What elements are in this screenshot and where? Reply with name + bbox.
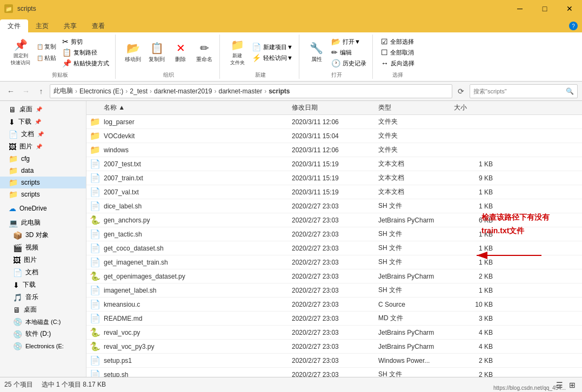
file-row-reval-voc-py3[interactable]: 🐍 reval_voc_py3.py 2020/2/27 23:03 JetBr… [86, 340, 582, 354]
paste-button[interactable]: 📋 粘贴 [35, 53, 58, 63]
copy-button[interactable]: 📋 复制 [35, 42, 58, 52]
path-darknet2019[interactable]: darknet-master2019 [154, 87, 212, 95]
file-row-get-openimages[interactable]: 🐍 get_openimages_dataset.py 2020/2/27 23… [86, 269, 582, 283]
sidebar-item-desktop-pinned[interactable]: 🖥 桌面 📌 [0, 103, 86, 116]
file-row-get-coco[interactable]: 📄 get_coco_dataset.sh 2020/2/27 23:03 SH… [86, 241, 582, 255]
copy-to-button[interactable]: 📋 复制到 [146, 40, 168, 64]
open-button[interactable]: 📂 打开▼ [330, 37, 368, 46]
window-controls: ─ □ ✕ [507, 0, 582, 17]
search-box[interactable]: 🔍 [470, 84, 578, 98]
grid-view-button[interactable]: ⊞ [567, 380, 578, 390]
refresh-button[interactable]: ⟳ [454, 85, 467, 98]
file-row-reval-voc[interactable]: 🐍 reval_voc.py 2020/2/27 23:03 JetBrains… [86, 326, 582, 340]
edit-button[interactable]: ✏ 编辑 [330, 48, 368, 57]
pics-icon: 🖼 [9, 143, 16, 151]
tab-home[interactable]: 主页 [28, 19, 56, 32]
sidebar-item-thispc[interactable]: 💻 此电脑 [0, 217, 86, 229]
col-header-name[interactable]: 名称 ▲ [86, 103, 292, 112]
file-row-log-parser[interactable]: 📁 log_parser 2020/3/11 12:06 文件夹 [86, 115, 582, 129]
status-bar: 25 个项目 选中 1 个项目 8.17 KB ☰ ⊞ https://blog… [0, 377, 582, 392]
folder-icon-windows: 📁 [86, 145, 104, 155]
documents-icon: 📄 [13, 268, 22, 277]
path-darknet[interactable]: darknet-master [218, 87, 262, 95]
path-scripts[interactable]: scripts [269, 87, 290, 95]
file-row-get-imagenet[interactable]: 📄 get_imagenet_train.sh 2020/2/27 23:03 … [86, 255, 582, 269]
file-row-gen-tactic[interactable]: 📄 gen_tactic.sh 2020/2/27 23:03 SH 文件 1 … [86, 227, 582, 241]
sidebar-item-data[interactable]: 📁 data [0, 165, 86, 177]
col-header-date[interactable]: 修改日期 [292, 103, 378, 112]
sidebar-item-ddrive[interactable]: 💿 软件 (D:) [0, 328, 86, 340]
deselect-icon: ☐ [381, 48, 388, 57]
file-row-gen-anchors[interactable]: 🐍 gen_anchors.py 2020/2/27 23:03 JetBrai… [86, 213, 582, 227]
move-to-button[interactable]: 📂 移动到 [122, 40, 144, 64]
easy-access-button[interactable]: ⚡ 轻松访问▼ [250, 53, 295, 63]
file-row-vocdevkit[interactable]: 📁 VOCdevkit 2020/3/11 15:04 文件夹 [86, 129, 582, 143]
py-icon-gen-anchors: 🐍 [86, 215, 104, 225]
tab-view[interactable]: 查看 [84, 19, 112, 32]
file-row-2007train[interactable]: 📄 2007_train.txt 2020/3/11 15:19 文本文档 9 … [86, 171, 582, 185]
deselect-all-button[interactable]: ☐ 全部取消 [379, 48, 416, 57]
sidebar-item-desktop2[interactable]: 🖥 桌面 [0, 303, 86, 316]
file-row-setup-ps1[interactable]: 📄 setup.ps1 2020/2/27 23:03 Windows Powe… [86, 354, 582, 368]
file-row-windows[interactable]: 📁 windows 2020/3/11 12:06 文件夹 [86, 143, 582, 157]
delete-button[interactable]: ✕ 删除 [170, 40, 191, 64]
sidebar-item-pics-pinned[interactable]: 🖼 图片 📌 [0, 140, 86, 153]
sidebar-item-onedrive[interactable]: ☁ OneDrive [0, 202, 86, 214]
sidebar-item-video[interactable]: 🎬 视频 [0, 241, 86, 254]
paste-shortcut-button[interactable]: 📌 粘贴快捷方式 [61, 58, 111, 68]
invert-selection-button[interactable]: ↔ 反向选择 [379, 58, 416, 68]
select-all-button[interactable]: ☑ 全部选择 [379, 37, 416, 46]
sidebar-item-cfg[interactable]: 📁 cfg [0, 153, 86, 165]
help-button[interactable]: ? [569, 22, 578, 30]
up-button[interactable]: ↑ [35, 85, 48, 98]
rename-button[interactable]: ✏ 重命名 [193, 40, 215, 64]
close-button[interactable]: ✕ [557, 0, 582, 17]
tab-share[interactable]: 共享 [56, 19, 84, 32]
sidebar-item-edrive[interactable]: 💿 Electronics (E: [0, 340, 86, 352]
file-row-2007test[interactable]: 📄 2007_test.txt 2020/3/11 15:19 文本文档 1 K… [86, 157, 582, 171]
sidebar-item-docs-pinned[interactable]: 📄 文档 📌 [0, 128, 86, 140]
sidebar-item-pictures[interactable]: 🖼 图片 [0, 254, 86, 266]
sidebar-item-music[interactable]: 🎵 音乐 [0, 291, 86, 303]
ribbon-tabs: 文件 主页 共享 查看 ? [0, 17, 582, 32]
cut-button[interactable]: ✂ 剪切 [61, 37, 111, 46]
organize-buttons: 📂 移动到 📋 复制到 ✕ 删除 ✏ 重命名 [122, 35, 215, 70]
file-row-dice-label[interactable]: 📄 dice_label.sh 2020/2/27 23:03 SH 文件 1 … [86, 199, 582, 213]
edrive-icon: 💿 [13, 342, 22, 350]
sidebar-item-scripts2[interactable]: 📁 scripts [0, 188, 86, 200]
tab-file[interactable]: 文件 [0, 19, 28, 32]
copy-icon: 📋 [37, 44, 43, 50]
file-row-2007val[interactable]: 📄 2007_val.txt 2020/3/11 15:19 文本文档 1 KB [86, 185, 582, 199]
cfg-folder-icon: 📁 [9, 154, 18, 163]
new-folder-button[interactable]: 📁 新建文件夹 [226, 37, 248, 67]
3d-icon: 📦 [13, 231, 22, 240]
back-button[interactable]: ← [4, 85, 17, 98]
maximize-button[interactable]: □ [532, 0, 557, 17]
url-bar: https://blog.csdn.net/qq_454... [493, 385, 566, 391]
history-button[interactable]: 🕐 历史记录 [330, 58, 368, 68]
path-electronics[interactable]: Electronics (E:) [79, 87, 123, 95]
sidebar-item-downloads-pinned[interactable]: ⬇ 下载 📌 [0, 116, 86, 128]
cdrive-icon: 💿 [13, 317, 22, 326]
path-computer[interactable]: 此电脑 [53, 86, 73, 96]
forward-button[interactable]: → [19, 85, 32, 98]
sidebar-item-documents[interactable]: 📄 文档 [0, 266, 86, 279]
col-header-size[interactable]: 大小 [454, 103, 497, 112]
file-row-imagenet-label[interactable]: 📄 imagenet_label.sh 2020/2/27 23:03 SH 文… [86, 283, 582, 298]
sidebar-item-downloads[interactable]: ⬇ 下载 [0, 279, 86, 291]
copy-path-button[interactable]: 📋 复制路径 [61, 48, 111, 57]
properties-button[interactable]: 🔧 属性 [306, 40, 327, 64]
file-row-kmeansiou[interactable]: 📄 kmeansiou.c 2020/2/27 23:03 C Source 1… [86, 298, 582, 312]
file-row-readme[interactable]: 📄 README.md 2020/2/27 23:03 MD 文件 3 KB [86, 312, 582, 326]
search-input[interactable] [473, 88, 564, 94]
path-2test[interactable]: 2_test [130, 87, 148, 95]
col-header-type[interactable]: 类型 [378, 103, 454, 112]
pin-quick-access-button[interactable]: 📌 固定到快速访问 [9, 37, 32, 67]
minimize-button[interactable]: ─ [507, 0, 532, 17]
sidebar-item-scripts1[interactable]: 📁 scripts [0, 177, 86, 188]
sidebar-item-cdrive[interactable]: 💿 本地磁盘 (C:) [0, 316, 86, 328]
sidebar-item-3d[interactable]: 📦 3D 对象 [0, 229, 86, 241]
new-item-button[interactable]: 📄 新建项目▼ [250, 42, 295, 52]
data-folder-icon: 📁 [9, 166, 18, 175]
address-path[interactable]: 此电脑 › Electronics (E:) › 2_test › darkne… [50, 84, 452, 98]
